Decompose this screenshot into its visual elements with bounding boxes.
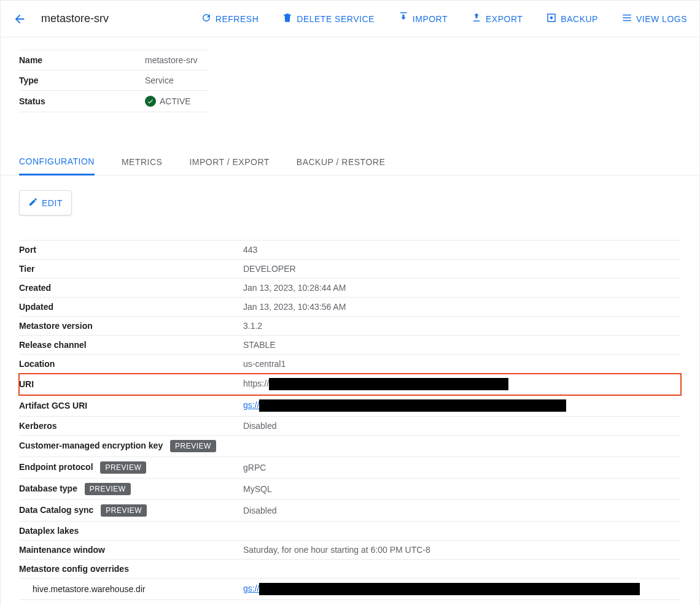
tab-configuration[interactable]: CONFIGURATION: [19, 149, 95, 175]
config-release-channel-label: Release channel: [19, 336, 243, 355]
config-kerberos-label: Kerberos: [19, 417, 243, 436]
config-endpoint-protocol-label: Endpoint protocol PREVIEW: [19, 457, 243, 479]
summary-table: Name metastore-srv Type Service Status: [19, 50, 209, 112]
tab-backup-restore[interactable]: BACKUP / RESTORE: [297, 149, 385, 175]
preview-badge: PREVIEW: [101, 504, 147, 517]
table-row: Metastore version 3.1.2: [19, 317, 681, 336]
delete-label: DELETE SERVICE: [297, 14, 375, 24]
config-metastore-version-value: 3.1.2: [243, 317, 681, 336]
config-override-value: gs://: [243, 579, 681, 600]
status-badge: ACTIVE: [145, 96, 191, 107]
table-row: Type Service: [19, 71, 209, 91]
refresh-button[interactable]: REFRESH: [201, 12, 259, 25]
config-artifact-gcs-uri-label: Artifact GCS URI: [19, 395, 243, 417]
edit-button[interactable]: EDIT: [19, 190, 72, 215]
tab-import-export[interactable]: IMPORT / EXPORT: [189, 149, 269, 175]
logs-icon: [621, 12, 632, 25]
config-port-value: 443: [243, 241, 681, 260]
config-location-label: Location: [19, 355, 243, 374]
config-overrides-label: Metastore config overrides: [19, 560, 243, 579]
toolbar: metastore-srv REFRESH DELETE SERVICE IMP…: [1, 1, 699, 37]
check-icon: [145, 96, 156, 107]
refresh-label: REFRESH: [216, 14, 259, 24]
table-row: Artifact GCS URI gs://: [19, 395, 681, 417]
config-dataplex-lakes-label: Dataplex lakes: [19, 522, 243, 541]
export-button[interactable]: EXPORT: [471, 12, 523, 25]
table-row: Data Catalog sync PREVIEW Disabled: [19, 500, 681, 522]
import-label: IMPORT: [413, 14, 448, 24]
view-logs-button[interactable]: VIEW LOGS: [621, 12, 687, 25]
table-row: Status ACTIVE: [19, 91, 209, 112]
config-uri-row: URI https://: [19, 374, 681, 395]
delete-button[interactable]: DELETE SERVICE: [282, 12, 375, 25]
config-port-label: Port: [19, 241, 243, 260]
config-metastore-version-label: Metastore version: [19, 317, 243, 336]
table-row: Customer-managed encryption key PREVIEW: [19, 436, 681, 457]
table-row: Dataplex lakes: [19, 522, 681, 541]
gcs-link[interactable]: gs://: [243, 400, 259, 410]
table-row: Tier DEVELOPER: [19, 260, 681, 279]
summary-type-label: Type: [19, 71, 145, 91]
import-button[interactable]: IMPORT: [398, 12, 448, 25]
view-logs-label: VIEW LOGS: [636, 14, 687, 24]
table-row: Database type PREVIEW MySQL: [19, 479, 681, 500]
page-title: metastore-srv: [41, 12, 109, 25]
table-row: Endpoint protocol PREVIEW gRPC: [19, 457, 681, 479]
pencil-icon: [28, 197, 38, 209]
export-label: EXPORT: [486, 14, 523, 24]
config-cmek-label: Customer-managed encryption key PREVIEW: [19, 436, 243, 457]
import-icon: [398, 12, 409, 25]
table-row: Labels None: [19, 600, 681, 606]
table-row: Metastore config overrides: [19, 560, 681, 579]
config-tier-value: DEVELOPER: [243, 260, 681, 279]
tabs: CONFIGURATION METRICS IMPORT / EXPORT BA…: [1, 149, 699, 175]
config-labels-label: Labels: [19, 600, 243, 606]
config-created-value: Jan 13, 2023, 10:28:44 AM: [243, 279, 681, 298]
config-data-catalog-sync-value: Disabled: [243, 500, 681, 522]
toolbar-actions: REFRESH DELETE SERVICE IMPORT EXPORT BAC…: [201, 12, 687, 25]
back-arrow-icon[interactable]: [13, 12, 26, 26]
config-artifact-gcs-uri-value: gs://: [243, 395, 681, 417]
svg-point-0: [550, 17, 553, 20]
tab-metrics[interactable]: METRICS: [122, 149, 163, 175]
config-cmek-value: [243, 436, 681, 457]
backup-icon: [546, 12, 557, 25]
table-row: hive.metastore.warehouse.dir gs://: [19, 579, 681, 600]
table-row: Kerberos Disabled: [19, 417, 681, 436]
backup-label: BACKUP: [561, 14, 598, 24]
config-updated-value: Jan 13, 2023, 10:43:56 AM: [243, 298, 681, 317]
config-updated-label: Updated: [19, 298, 243, 317]
redacted-block: [269, 378, 508, 390]
config-override-key: hive.metastore.warehouse.dir: [19, 579, 243, 600]
table-row: Updated Jan 13, 2023, 10:43:56 AM: [19, 298, 681, 317]
config-maintenance-window-label: Maintenance window: [19, 541, 243, 560]
config-location-value: us-central1: [243, 355, 681, 374]
config-release-channel-value: STABLE: [243, 336, 681, 355]
summary-name-value: metastore-srv: [145, 50, 209, 71]
table-row: Port 443: [19, 241, 681, 260]
config-kerberos-value: Disabled: [243, 417, 681, 436]
preview-badge: PREVIEW: [100, 461, 146, 474]
summary-status-label: Status: [19, 91, 145, 112]
preview-badge: PREVIEW: [85, 483, 131, 495]
config-maintenance-window-value: Saturday, for one hour starting at 6:00 …: [243, 541, 681, 560]
redacted-block: [259, 583, 640, 595]
trash-icon: [282, 12, 293, 25]
table-row: Release channel STABLE: [19, 336, 681, 355]
config-uri-label: URI: [19, 374, 243, 395]
table-row: Maintenance window Saturday, for one hou…: [19, 541, 681, 560]
config-labels-value: None: [243, 600, 681, 606]
config-tier-label: Tier: [19, 260, 243, 279]
config-uri-value: https://: [243, 374, 681, 395]
backup-button[interactable]: BACKUP: [546, 12, 598, 25]
config-created-label: Created: [19, 279, 243, 298]
table-row: Location us-central1: [19, 355, 681, 374]
table-row: Created Jan 13, 2023, 10:28:44 AM: [19, 279, 681, 298]
gcs-link[interactable]: gs://: [243, 584, 259, 593]
refresh-icon: [201, 12, 212, 25]
config-endpoint-protocol-value: gRPC: [243, 457, 681, 479]
config-dataplex-lakes-value: [243, 522, 681, 541]
table-row: Name metastore-srv: [19, 50, 209, 71]
config-table: Port 443 Tier DEVELOPER Created Jan 13, …: [19, 240, 681, 605]
edit-label: EDIT: [42, 198, 63, 208]
